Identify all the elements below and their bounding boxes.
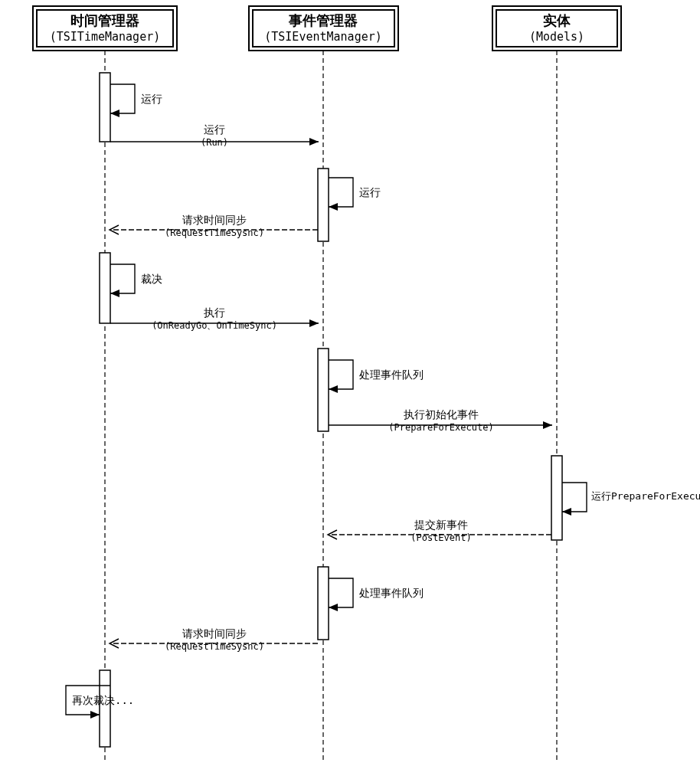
participant-time-manager: 时间管理器 (TSITimeManager) <box>33 6 177 51</box>
self-message-path <box>329 360 353 389</box>
arrowhead <box>329 604 338 611</box>
message-label: 请求时间同步 <box>182 627 247 640</box>
self-message-path <box>562 483 587 512</box>
participant-title: 实体 <box>543 12 571 28</box>
message-label: 执行 <box>204 306 225 319</box>
self-message-label: 运行 <box>141 93 162 105</box>
participant-models: 实体 (Models) <box>492 6 621 51</box>
arrowhead <box>309 138 319 146</box>
self-message-path <box>329 178 353 207</box>
activation-box <box>100 253 110 323</box>
message-label: 运行 <box>204 123 225 136</box>
self-message-path <box>110 84 135 113</box>
activation-box <box>318 567 329 640</box>
participant-event-manager: 事件管理器 (TSIEventManager) <box>249 6 398 51</box>
sequence-diagram: 时间管理器 (TSITimeManager) 事件管理器 (TSIEventMa… <box>0 0 700 766</box>
self-message-label: 处理事件队列 <box>359 587 424 599</box>
activation-box <box>318 349 329 431</box>
self-message-label: 运行 <box>359 186 381 198</box>
arrowhead <box>543 421 552 429</box>
activation-box <box>551 456 562 540</box>
participant-title: 时间管理器 <box>70 12 139 28</box>
participant-subtitle: (Models) <box>529 30 584 44</box>
message-sublabel: (PrepareForExecute) <box>388 422 493 433</box>
arrowhead <box>110 290 119 297</box>
self-message-label: 裁决 <box>141 273 162 285</box>
arrowhead <box>562 508 571 516</box>
message-label: 请求时间同步 <box>182 214 247 226</box>
self-message-label: 处理事件队列 <box>359 368 424 381</box>
message-sublabel: (Run) <box>201 137 228 148</box>
message-sublabel: (RequestTimeSysnc) <box>165 641 264 652</box>
message-sublabel: (OnReadyGo、OnTimeSync) <box>152 320 277 331</box>
message-sublabel: (PostEvent) <box>411 532 471 543</box>
arrowhead <box>309 319 319 327</box>
activation-box <box>100 73 110 142</box>
arrowhead <box>329 203 338 211</box>
arrowhead <box>110 110 119 117</box>
participant-title: 事件管理器 <box>288 12 358 28</box>
participant-subtitle: (TSITimeManager) <box>50 30 161 44</box>
participant-subtitle: (TSIEventManager) <box>264 30 382 44</box>
self-message-label: 运行PrepareForExecute <box>591 490 700 502</box>
activation-box <box>100 670 110 747</box>
arrowhead <box>90 711 100 719</box>
message-label: 提交新事件 <box>414 519 468 531</box>
arrowhead <box>329 385 338 393</box>
activation-box <box>318 169 329 241</box>
message-sublabel: (RequestTimeSysnc) <box>165 228 264 238</box>
self-message-label: 再次裁决... <box>72 694 134 706</box>
self-message-path <box>110 264 135 293</box>
message-label: 执行初始化事件 <box>404 408 479 421</box>
self-message-path <box>329 578 353 607</box>
